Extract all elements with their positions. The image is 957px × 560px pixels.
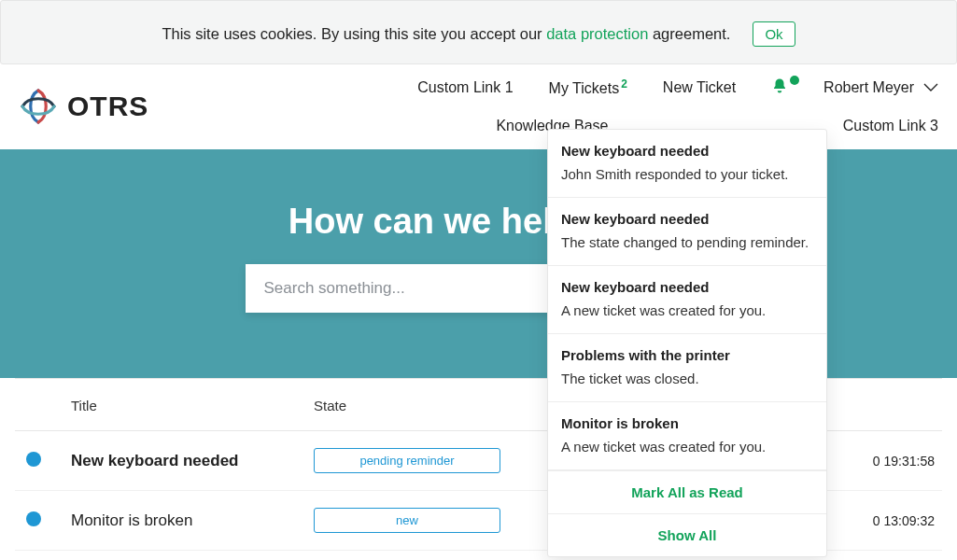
cookie-text: This site uses cookies. By using this si…	[162, 25, 730, 43]
logo-icon	[19, 87, 58, 126]
notification-title: Monitor is broken	[561, 415, 813, 431]
cookie-ok-button[interactable]: Ok	[753, 21, 795, 47]
state-pill: pending reminder	[314, 448, 500, 473]
notification-title: Problems with the printer	[561, 347, 813, 363]
top-nav: OTRS Custom Link 1 My Tickets2 New Ticke…	[0, 64, 957, 134]
notification-body: John Smith responded to your ticket.	[561, 166, 813, 182]
nav-row-primary: Custom Link 1 My Tickets2 New Ticket Rob…	[417, 77, 942, 97]
cookie-banner: This site uses cookies. By using this si…	[0, 0, 957, 64]
status-dot-icon	[26, 511, 41, 526]
notifications-button[interactable]	[771, 77, 788, 97]
chevron-down-icon	[923, 79, 938, 96]
cookie-suffix: agreement.	[648, 25, 730, 42]
column-header-title[interactable]: Title	[71, 379, 314, 431]
nav-my-tickets-label: My Tickets	[549, 80, 620, 96]
notification-title: New keyboard needed	[561, 143, 813, 159]
notification-body: A new ticket was created for you.	[561, 302, 813, 318]
nav-my-tickets[interactable]: My Tickets2	[549, 77, 627, 97]
notification-body: The state changed to pending reminder.	[561, 234, 813, 250]
nav-custom-link-1[interactable]: Custom Link 1	[417, 79, 513, 96]
notification-body: The ticket was closed.	[561, 371, 813, 386]
user-name: Robert Meyer	[823, 79, 914, 96]
show-all-button[interactable]: Show All	[548, 513, 826, 551]
user-menu[interactable]: Robert Meyer	[823, 79, 938, 96]
notification-dot-icon	[790, 76, 799, 85]
logo[interactable]: OTRS	[15, 87, 148, 126]
nav-custom-link-3[interactable]: Custom Link 3	[843, 118, 938, 134]
notification-body: A new ticket was created for you.	[561, 439, 813, 455]
bell-icon	[771, 77, 788, 97]
state-pill: new	[314, 508, 500, 533]
notification-item[interactable]: New keyboard needed A new ticket was cre…	[548, 266, 826, 334]
cookie-prefix: This site uses cookies. By using this si…	[162, 25, 546, 42]
data-protection-link[interactable]: data protection	[546, 25, 648, 42]
notification-item[interactable]: Monitor is broken A new ticket was creat…	[548, 402, 826, 470]
mark-all-read-button[interactable]: Mark All as Read	[548, 470, 826, 513]
ticket-title: New keyboard needed	[71, 452, 239, 469]
notification-title: New keyboard needed	[561, 211, 813, 227]
notification-item[interactable]: Problems with the printer The ticket was…	[548, 334, 826, 402]
notifications-panel: New keyboard needed John Smith responded…	[547, 129, 827, 551]
notification-item[interactable]: New keyboard needed The state changed to…	[548, 198, 826, 266]
status-dot-icon	[26, 452, 41, 467]
nav-new-ticket[interactable]: New Ticket	[663, 79, 736, 96]
my-tickets-count-badge: 2	[621, 77, 627, 91]
notification-item[interactable]: New keyboard needed John Smith responded…	[548, 130, 826, 198]
brand-name: OTRS	[67, 91, 148, 122]
ticket-title: Monitor is broken	[71, 511, 192, 529]
notification-title: New keyboard needed	[561, 279, 813, 295]
